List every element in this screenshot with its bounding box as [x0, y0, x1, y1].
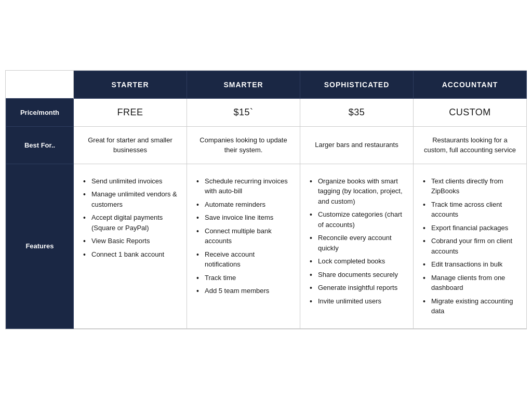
list-item: Organize books with smart tagging (by lo… — [310, 175, 404, 208]
list-item: Track time across client accounts — [423, 198, 517, 221]
best-for-smarter: Companies looking to update their system… — [187, 126, 300, 164]
list-item: Receive account notifications — [196, 248, 290, 271]
features-accountant-list: Text clients directly from ZipBooks Trac… — [423, 175, 517, 318]
list-item: Schedule recurring invoices with auto-bi… — [196, 175, 290, 198]
price-smarter: $15` — [187, 98, 300, 126]
best-for-row: Best For.. Great for starter and smaller… — [6, 126, 527, 164]
list-item: Add 5 team members — [196, 284, 290, 298]
list-item: Text clients directly from ZipBooks — [423, 175, 517, 198]
list-item: Manage unlimited vendors & customers — [83, 188, 177, 211]
list-item: Customize categories (chart of accounts) — [310, 208, 404, 231]
features-starter: Send unlimited invoices Manage unlimited… — [74, 164, 187, 328]
features-starter-list: Send unlimited invoices Manage unlimited… — [83, 175, 177, 261]
list-item: Automate reminders — [196, 198, 290, 211]
list-item: Save invoice line items — [196, 211, 290, 224]
list-item: Invite unlimited users — [310, 295, 404, 308]
header-starter: STARTER — [74, 71, 187, 98]
price-starter: FREE — [74, 98, 187, 126]
features-row: Features Send unlimited invoices Manage … — [6, 164, 527, 328]
best-for-label: Best For.. — [6, 126, 74, 164]
list-item: Track time — [196, 271, 290, 285]
features-sophisticated-list: Organize books with smart tagging (by lo… — [310, 175, 404, 308]
list-item: Manage clients from one dashboard — [423, 271, 517, 295]
list-item: View Basic Reports — [83, 234, 177, 248]
pricing-table: STARTER SMARTER SOPHISTICATED ACCOUNTANT… — [5, 70, 527, 329]
list-item: Lock completed books — [310, 255, 404, 268]
list-item: Edit transactions in bulk — [423, 258, 517, 271]
list-item: Connect multiple bank accounts — [196, 224, 290, 248]
list-item: Connect 1 bank account — [83, 248, 177, 261]
price-label: Price/month — [6, 98, 74, 126]
list-item: Share documents securely — [310, 268, 404, 282]
header-smarter: SMARTER — [187, 71, 300, 98]
list-item: Cobrand your firm on client accounts — [423, 234, 517, 258]
empty-header — [6, 71, 74, 98]
best-for-starter: Great for starter and smaller businesses — [74, 126, 187, 164]
features-accountant: Text clients directly from ZipBooks Trac… — [414, 164, 527, 328]
header-sophisticated: SOPHISTICATED — [300, 71, 414, 98]
price-accountant: CUSTOM — [414, 98, 527, 126]
list-item: Reconcile every account quickly — [310, 231, 404, 255]
list-item: Migrate existing accounting data — [423, 295, 517, 318]
list-item: Accept digital payments (Square or PayPa… — [83, 211, 177, 234]
best-for-sophisticated: Larger bars and restaurants — [300, 126, 414, 164]
features-smarter: Schedule recurring invoices with auto-bi… — [187, 164, 300, 328]
features-smarter-list: Schedule recurring invoices with auto-bi… — [196, 175, 290, 298]
price-row: Price/month FREE $15` $35 CUSTOM — [6, 98, 527, 126]
features-label: Features — [6, 164, 74, 328]
features-sophisticated: Organize books with smart tagging (by lo… — [300, 164, 414, 328]
best-for-accountant: Restaurants looking for a custom, full a… — [414, 126, 527, 164]
list-item: Export financial packages — [423, 221, 517, 235]
header-accountant: ACCOUNTANT — [414, 71, 527, 98]
price-sophisticated: $35 — [300, 98, 414, 126]
list-item: Generate insightful reports — [310, 281, 404, 295]
list-item: Send unlimited invoices — [83, 175, 177, 188]
